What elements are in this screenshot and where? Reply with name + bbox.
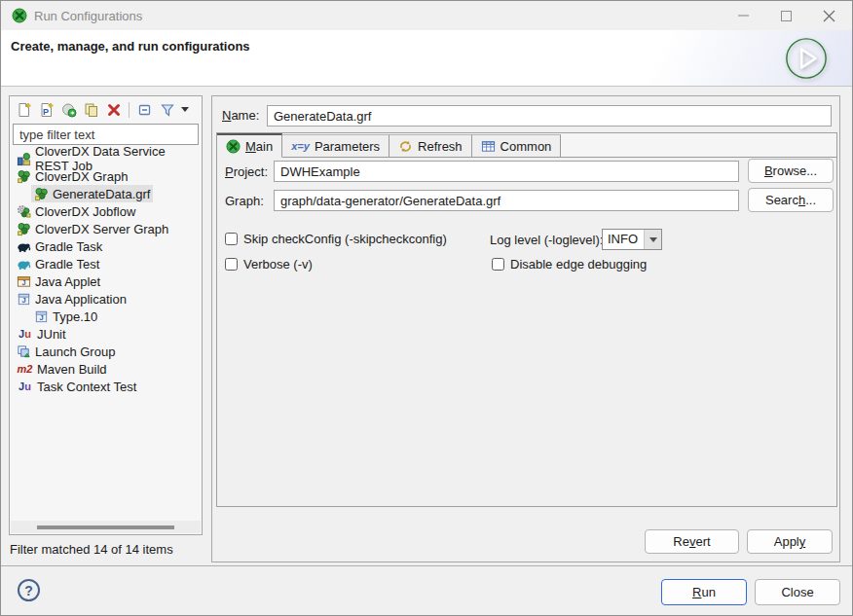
- filter-input[interactable]: [13, 124, 199, 145]
- clover-logo-icon: [226, 139, 241, 154]
- parameters-icon: x=y: [291, 140, 310, 152]
- log-level-label: Log level (-loglevel):: [490, 233, 603, 247]
- new-configuration-button[interactable]: [14, 99, 34, 120]
- checkbox-box: [492, 258, 504, 271]
- run-button[interactable]: Run: [661, 579, 747, 605]
- tab-common-label: Common: [501, 139, 552, 154]
- jobflow-icon: [17, 204, 31, 219]
- minimize-icon: [738, 15, 749, 17]
- disable-edge-debugging-checkbox[interactable]: Disable edge debugging: [492, 256, 647, 272]
- name-input[interactable]: [267, 105, 832, 127]
- tab-common[interactable]: Common: [472, 134, 562, 157]
- log-level-select[interactable]: INFO: [602, 229, 662, 250]
- duplicate-icon: [84, 102, 99, 118]
- toolbar-menu-chevron-icon[interactable]: [181, 107, 189, 112]
- revert-button[interactable]: Revert: [645, 529, 739, 554]
- clover-graph-icon: [17, 169, 31, 184]
- refresh-icon: [398, 139, 413, 154]
- tree-item-server-graph[interactable]: CloverDX Server Graph: [10, 220, 202, 237]
- search-button[interactable]: Search...: [748, 188, 834, 212]
- horizontal-scrollbar[interactable]: [11, 521, 201, 533]
- gradle-test-icon: [17, 257, 31, 272]
- export-icon: [61, 102, 77, 118]
- new-prototype-icon: [39, 102, 55, 118]
- help-button[interactable]: ?: [18, 579, 40, 601]
- filter-button[interactable]: [157, 99, 177, 120]
- footer-separator: [1, 565, 852, 566]
- rest-job-icon: [17, 152, 31, 166]
- configuration-tree: CloverDX Data Service REST Job CloverDX …: [10, 148, 202, 395]
- name-label: Name:: [222, 108, 259, 123]
- collapse-all-button[interactable]: [134, 99, 155, 120]
- project-label: Project:: [225, 164, 268, 179]
- java-applet-icon: [17, 274, 31, 289]
- new-document-icon: [17, 102, 32, 118]
- checkbox-box: [225, 233, 238, 245]
- tab-parameters-label: Parameters: [315, 139, 380, 154]
- checkbox-box: [225, 258, 238, 271]
- duplicate-button[interactable]: [81, 99, 101, 120]
- tab-strip: Main x=y Parameters Refresh Common: [217, 133, 836, 158]
- tree-item-maven-build[interactable]: m2Maven Build: [10, 360, 202, 378]
- tree-item-java-applet[interactable]: Java Applet: [10, 272, 202, 290]
- tree-item-java-application[interactable]: Java Application: [10, 290, 202, 308]
- new-prototype-button[interactable]: [36, 99, 56, 120]
- filter-icon: [160, 102, 175, 118]
- tree-item-rest-job[interactable]: CloverDX Data Service REST Job: [10, 150, 202, 167]
- log-level-value: INFO: [603, 230, 644, 249]
- run-configurations-dialog: Run Configurations Create, manage, and r…: [0, 0, 853, 616]
- clover-graph-icon: [34, 187, 49, 201]
- tree-item-junit[interactable]: JuJUnit: [10, 325, 202, 343]
- graph-label: Graph:: [225, 194, 264, 208]
- project-input[interactable]: [274, 161, 739, 182]
- apply-button[interactable]: Apply: [747, 529, 833, 554]
- delete-button[interactable]: [103, 99, 124, 120]
- close-button[interactable]: Close: [755, 579, 840, 605]
- tab-folder: Main x=y Parameters Refresh Common Proje…: [216, 132, 837, 507]
- tab-parameters[interactable]: x=y Parameters: [282, 134, 389, 157]
- export-configurations-button[interactable]: [58, 99, 79, 120]
- collapse-all-icon: [137, 102, 153, 118]
- task-context-icon: Ju: [17, 380, 33, 394]
- maven-icon: m2: [17, 362, 33, 377]
- minimize-button[interactable]: [722, 1, 764, 30]
- gradle-task-icon: [17, 239, 31, 254]
- tree-item-gradle-task[interactable]: Gradle Task: [10, 237, 202, 255]
- window-title: Run Configurations: [34, 9, 142, 23]
- maximize-button[interactable]: [764, 1, 807, 30]
- tab-main[interactable]: Main: [217, 133, 282, 158]
- graph-input[interactable]: [274, 190, 739, 211]
- delete-icon: [106, 102, 122, 118]
- question-mark-icon: ?: [24, 583, 33, 598]
- tab-refresh[interactable]: Refresh: [389, 134, 472, 157]
- tree-item-task-context-test[interactable]: JuTask Context Test: [10, 378, 202, 395]
- java-application-icon: [34, 309, 49, 324]
- tree-toolbar: [10, 96, 202, 123]
- table-icon: [481, 139, 496, 154]
- configuration-detail-panel: Name: Main x=y Parameters Refresh Co: [211, 95, 840, 562]
- tree-item-launch-group[interactable]: Launch Group: [10, 343, 202, 360]
- tree-item-gradle-test[interactable]: Gradle Test: [10, 255, 202, 272]
- close-icon: [823, 10, 835, 22]
- header-banner: Create, manage, and run configurations: [1, 30, 852, 87]
- junit-icon: Ju: [17, 327, 33, 342]
- run-banner-icon: [784, 36, 829, 81]
- skip-checkconfig-checkbox[interactable]: Skip checkConfig (-skipcheckconfig): [225, 231, 447, 246]
- browse-button[interactable]: Browse...: [748, 159, 834, 183]
- toolbar-separator: [129, 102, 130, 118]
- title-bar[interactable]: Run Configurations: [1, 1, 852, 30]
- configurations-panel: CloverDX Data Service REST Job CloverDX …: [9, 95, 203, 535]
- chevron-down-icon: [644, 230, 661, 249]
- scrollbar-thumb[interactable]: [37, 525, 173, 529]
- launch-group-icon: [17, 344, 31, 359]
- tree-item-generatedata[interactable]: GenerateData.grf: [10, 185, 202, 202]
- maximize-icon: [781, 11, 792, 21]
- close-window-button[interactable]: [807, 1, 850, 30]
- tree-item-type10[interactable]: Type.10: [10, 308, 202, 325]
- filter-status-text: Filter matched 14 of 14 items: [10, 542, 173, 557]
- tab-main-label: Main: [245, 139, 273, 154]
- verbose-checkbox[interactable]: Verbose (-v): [225, 256, 313, 272]
- clover-graph-icon: [17, 222, 31, 236]
- java-application-icon: [17, 292, 31, 307]
- tree-item-jobflow[interactable]: CloverDX Jobflow: [10, 202, 202, 220]
